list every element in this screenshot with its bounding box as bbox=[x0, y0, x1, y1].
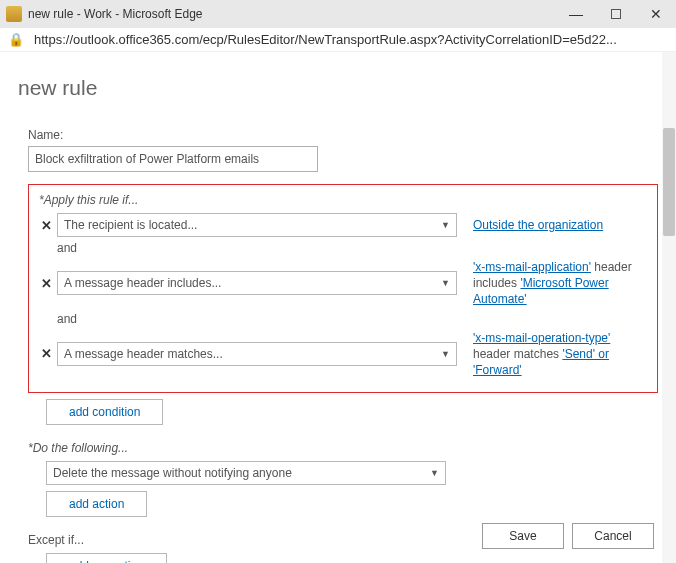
add-condition-button[interactable]: add condition bbox=[46, 399, 163, 425]
condition-row: ✕ A message header includes... ▼ 'x-ms-m… bbox=[39, 259, 647, 308]
chevron-down-icon: ▼ bbox=[441, 349, 450, 359]
chevron-down-icon: ▼ bbox=[441, 278, 450, 288]
dropdown-text: A message header includes... bbox=[64, 276, 221, 290]
and-label: and bbox=[57, 312, 647, 326]
condition-dropdown[interactable]: The recipient is located... ▼ bbox=[57, 213, 457, 237]
remove-condition-icon[interactable]: ✕ bbox=[39, 276, 53, 291]
url-text: https://outlook.office365.com/ecp/RulesE… bbox=[34, 32, 668, 47]
condition-row: ✕ The recipient is located... ▼ Outside … bbox=[39, 213, 647, 237]
address-bar[interactable]: 🔒 https://outlook.office365.com/ecp/Rule… bbox=[0, 28, 676, 52]
window-titlebar: new rule - Work - Microsoft Edge — ✕ bbox=[0, 0, 676, 28]
remove-condition-icon[interactable]: ✕ bbox=[39, 346, 53, 361]
do-following-label: *Do the following... bbox=[28, 441, 658, 455]
and-label: and bbox=[57, 241, 647, 255]
add-action-button[interactable]: add action bbox=[46, 491, 147, 517]
name-label: Name: bbox=[28, 128, 658, 142]
condition-dropdown[interactable]: A message header includes... ▼ bbox=[57, 271, 457, 295]
condition-dropdown[interactable]: A message header matches... ▼ bbox=[57, 342, 457, 366]
condition-value-text: 'x-ms-mail-application' header includes … bbox=[473, 259, 647, 308]
apply-if-label: *Apply this rule if... bbox=[39, 193, 647, 207]
condition-value-link[interactable]: Outside the organization bbox=[473, 218, 603, 232]
dropdown-text: The recipient is located... bbox=[64, 218, 197, 232]
action-dropdown[interactable]: Delete the message without notifying any… bbox=[46, 461, 446, 485]
conditions-highlight-box: *Apply this rule if... ✕ The recipient i… bbox=[28, 184, 658, 393]
app-favicon bbox=[6, 6, 22, 22]
add-exception-button[interactable]: add exception bbox=[46, 553, 167, 563]
chevron-down-icon: ▼ bbox=[441, 220, 450, 230]
lock-icon: 🔒 bbox=[8, 32, 24, 47]
remove-condition-icon[interactable]: ✕ bbox=[39, 218, 53, 233]
maximize-button[interactable] bbox=[596, 0, 636, 28]
minimize-button[interactable]: — bbox=[556, 0, 596, 28]
dropdown-text: A message header matches... bbox=[64, 347, 223, 361]
condition-row: ✕ A message header matches... ▼ 'x-ms-ma… bbox=[39, 330, 647, 379]
condition-value-text: 'x-ms-mail-operation-type' header matche… bbox=[473, 330, 647, 379]
dropdown-text: Delete the message without notifying any… bbox=[53, 466, 292, 480]
close-window-button[interactable]: ✕ bbox=[636, 0, 676, 28]
page-title: new rule bbox=[18, 76, 658, 100]
cancel-button[interactable]: Cancel bbox=[572, 523, 654, 549]
chevron-down-icon: ▼ bbox=[430, 468, 439, 478]
window-title: new rule - Work - Microsoft Edge bbox=[28, 7, 556, 21]
save-button[interactable]: Save bbox=[482, 523, 564, 549]
rule-name-input[interactable] bbox=[28, 146, 318, 172]
